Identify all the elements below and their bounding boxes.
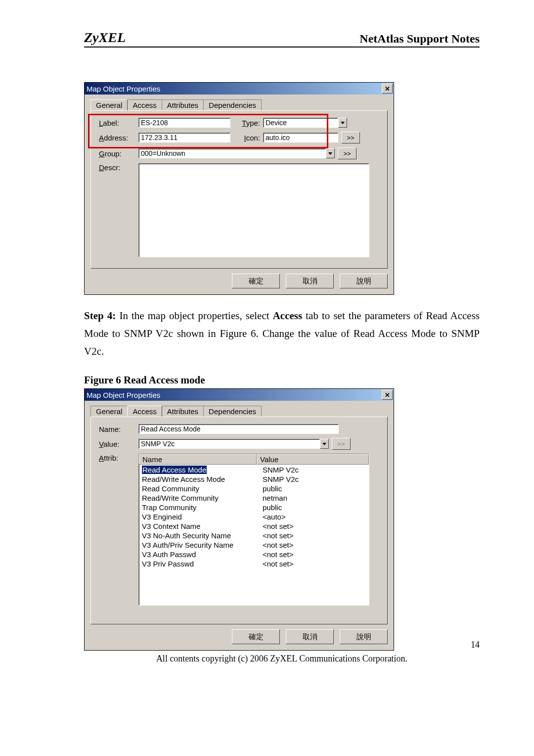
map-object-properties-dialog-general: Map Object Properties ✕ General Access A… <box>84 82 394 295</box>
label-input[interactable]: ES-2108 <box>138 118 230 128</box>
cancel-button[interactable]: 取消 <box>286 274 334 288</box>
attrib-row[interactable]: V3 Auth Passwd<not set> <box>139 550 369 559</box>
label-label: Label: <box>99 119 138 127</box>
attrib-row[interactable]: Read/Write Access ModeSNMP V2c <box>139 474 369 484</box>
ok-button[interactable]: 確定 <box>232 629 280 644</box>
attrib-row[interactable]: Read Access ModeSNMP V2c <box>139 465 369 474</box>
dialog-title: Map Object Properties <box>87 391 160 399</box>
ok-button[interactable]: 確定 <box>232 274 280 288</box>
chevron-down-icon[interactable] <box>326 148 335 158</box>
doc-title: NetAtlas Support Notes <box>359 32 480 46</box>
tab-general[interactable]: General <box>90 406 128 417</box>
chevron-down-icon[interactable] <box>320 439 329 449</box>
help-button[interactable]: 說明 <box>340 629 388 644</box>
chevron-down-icon[interactable] <box>338 118 347 128</box>
attrib-col-name[interactable]: Name <box>139 454 257 465</box>
group-combo[interactable]: 000=Unknown <box>138 148 326 158</box>
value-more-button: >> <box>332 438 351 450</box>
page-number: 14 <box>471 640 480 650</box>
map-object-properties-dialog-access: Map Object Properties ✕ General Access A… <box>84 388 394 651</box>
tab-attributes[interactable]: Attributes <box>162 99 204 110</box>
icon-browse-button[interactable]: >> <box>341 132 360 143</box>
type-combo[interactable]: Device <box>263 118 338 128</box>
value-label: Value: <box>99 440 138 448</box>
figure6-caption: Figure 6 Read Access mode <box>84 374 480 386</box>
name-label: Name: <box>99 425 138 433</box>
attrib-list[interactable]: Name Value Read Access ModeSNMP V2cRead/… <box>138 454 369 606</box>
step4-text: Step 4: In the map object properties, se… <box>84 307 480 360</box>
close-icon[interactable]: ✕ <box>382 390 393 400</box>
group-more-button[interactable]: >> <box>338 147 356 159</box>
descr-textarea[interactable] <box>138 163 369 257</box>
icon-label: Icon: <box>230 134 260 142</box>
tab-access[interactable]: Access <box>127 99 162 110</box>
descr-label: Descr: <box>99 163 138 172</box>
type-label: Type: <box>230 119 260 127</box>
attrib-row[interactable]: V3 No-Auth Security Name<not set> <box>139 531 369 540</box>
name-input[interactable]: Read Access Mode <box>138 424 339 434</box>
footer-copyright: All contents copyright (c) 2006 ZyXEL Co… <box>84 654 480 664</box>
close-icon[interactable]: ✕ <box>382 84 393 94</box>
attrib-row[interactable]: V3 Context Name<not set> <box>139 521 369 531</box>
cancel-button[interactable]: 取消 <box>286 629 334 644</box>
attrib-row[interactable]: V3 Engineid<auto> <box>139 512 369 521</box>
tab-dependencies[interactable]: Dependencies <box>203 99 262 110</box>
attrib-row[interactable]: V3 Auth/Priv Security Name<not set> <box>139 540 369 550</box>
attrib-label: Attrib: <box>99 454 138 462</box>
tab-dependencies[interactable]: Dependencies <box>203 406 262 417</box>
attrib-row[interactable]: Read Communitypublic <box>139 484 369 493</box>
attrib-row[interactable]: Trap Communitypublic <box>139 503 369 512</box>
address-input[interactable]: 172.23.3.11 <box>138 133 230 142</box>
attrib-row[interactable]: V3 Priv Passwd<not set> <box>139 559 369 568</box>
tab-attributes[interactable]: Attributes <box>162 406 204 417</box>
attrib-col-value[interactable]: Value <box>257 454 369 465</box>
dialog-title: Map Object Properties <box>87 85 160 93</box>
group-label: Group: <box>99 149 138 158</box>
address-label: Address: <box>99 134 138 142</box>
value-combo[interactable]: SNMP V2c <box>138 439 320 449</box>
tab-general[interactable]: General <box>90 99 128 110</box>
icon-input[interactable]: auto.ico <box>263 133 338 142</box>
tab-access[interactable]: Access <box>127 406 162 417</box>
brand: ZyXEL <box>84 30 126 46</box>
attrib-row[interactable]: Read/Write Communitynetman <box>139 493 369 503</box>
help-button[interactable]: 說明 <box>340 274 388 288</box>
